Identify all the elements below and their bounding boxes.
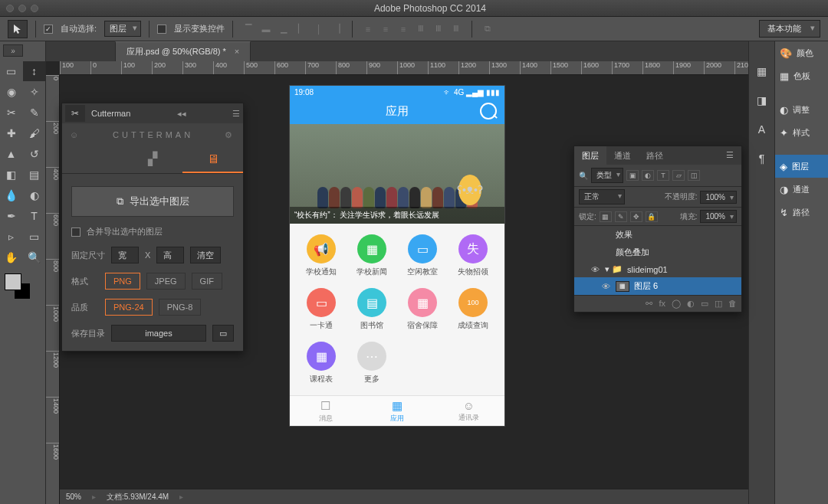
phone-tab[interactable]: ▦应用 [361,396,432,426]
fx-icon[interactable]: fx [659,299,665,309]
ruler-horizontal[interactable]: 1000100200300400500600700800900100011001… [60,61,748,75]
workspace-dropdown[interactable]: 基本功能 [759,20,820,38]
platform-ios[interactable] [62,146,123,173]
close-icon[interactable] [6,5,14,12]
panel-路径[interactable]: ↯路径 [775,201,828,224]
quality-png8[interactable]: PNG-8 [159,299,202,316]
layer-item[interactable]: 👁▾ 📁slideimg01 [574,261,741,277]
mask-icon[interactable]: ◯ [672,299,681,309]
paths-tab[interactable]: 路径 [639,146,671,165]
quality-png24[interactable]: PNG-24 [105,299,153,316]
format-jpeg[interactable]: JPEG [146,273,186,290]
lock-pixels-icon[interactable]: ✎ [615,211,627,222]
phone-tab[interactable]: ☺通讯录 [433,396,504,426]
heal-tool[interactable]: ✚ [0,123,22,143]
shape-tool[interactable]: ▭ [23,227,45,247]
dist-4-icon[interactable]: Ⅲ [413,21,429,37]
panel-色板[interactable]: ▦色板 [775,64,828,87]
new-layer-icon[interactable]: ◫ [715,299,722,309]
dist-2-icon[interactable]: ≡ [378,21,393,37]
visibility-icon[interactable]: 👁 [590,265,600,274]
panel-调整[interactable]: ◐调整 [775,98,828,121]
channels-tab[interactable]: 通道 [606,146,639,165]
search-icon[interactable] [480,103,497,119]
app-item[interactable]: ⋯更多 [347,342,397,385]
history-panel-icon[interactable]: ▦ [754,63,770,80]
toolbox-collapse-icon[interactable]: » [3,44,23,57]
opacity-input[interactable]: 100% [700,191,737,204]
align-left-icon[interactable]: ▏ [294,21,309,37]
auto-select-checkbox[interactable]: ✓ [44,25,53,34]
panel-样式[interactable]: ✦样式 [775,121,828,144]
dist-1-icon[interactable]: ≡ [360,21,376,37]
link-layers-icon[interactable]: ⚯ [646,299,652,309]
filter-pixel-icon[interactable]: ▣ [626,170,639,181]
adjustment-icon[interactable]: ◐ [687,299,695,309]
history-tool[interactable]: ↺ [23,144,45,164]
app-item[interactable]: 100成绩查询 [448,288,498,331]
layer-item[interactable]: 颜色叠加 [574,244,741,261]
3d-mode-icon[interactable]: ⧉ [480,21,495,37]
app-item[interactable]: ▭空闲教室 [397,234,448,277]
visibility-icon[interactable]: 👁 [600,282,611,291]
show-transform-checkbox[interactable] [157,25,166,34]
width-input[interactable]: 宽 [111,247,139,263]
filter-smart-icon[interactable]: ◫ [688,170,700,181]
align-right-icon[interactable]: ▕ [329,21,344,37]
app-item[interactable]: ▦课程表 [296,342,347,385]
gear-icon[interactable]: ⚙ [225,130,235,140]
layers-panel[interactable]: 图层 通道 路径 ☰ 🔍 类型 ▣ ◐ T ▱ ◫ 正常 不透明度: 100% … [573,146,742,313]
save-dir-input[interactable]: images [111,325,206,342]
wand-tool[interactable]: ✧ [23,82,45,102]
auto-select-dropdown[interactable]: 图层 [104,21,141,37]
maximize-icon[interactable] [31,5,38,12]
gradient-tool[interactable]: ▤ [23,165,45,185]
cutterman-panel[interactable]: ✂ Cutterman ◂◂ ☰ ☺ CUTTERMAN ⚙ ▞ 🖥 ⧉ 导出选… [61,103,244,352]
eraser-tool[interactable]: ◧ [0,165,22,185]
hand-tool[interactable]: ✋ [0,247,22,267]
app-item[interactable]: ▭一卡通 [296,288,347,331]
properties-panel-icon[interactable]: ◨ [754,92,770,109]
format-gif[interactable]: GIF [192,273,222,290]
align-top-icon[interactable]: ▔ [241,21,256,37]
dist-3-icon[interactable]: ≡ [396,21,411,37]
panel-图层[interactable]: ◈图层 [775,155,828,178]
fill-input[interactable]: 100% [700,210,737,223]
brush-tool[interactable]: 🖌 [23,123,45,143]
paragraph-panel-icon[interactable]: ¶ [754,150,770,167]
dist-5-icon[interactable]: Ⅲ [431,21,446,37]
format-png[interactable]: PNG [105,273,140,290]
layer-item[interactable]: 效果 [574,226,741,244]
align-hcenter-icon[interactable]: │ [311,21,327,37]
panel-menu-icon[interactable]: ☰ [718,146,741,165]
app-item[interactable]: ▤图书馆 [347,288,397,331]
app-item[interactable]: 失失物招领 [448,234,498,277]
panel-menu-icon[interactable]: ☰ [232,109,240,119]
close-tab-icon[interactable]: × [235,47,239,56]
filter-type-icon[interactable]: T [657,170,669,181]
user-icon[interactable]: ☺ [70,130,81,139]
panel-颜色[interactable]: 🎨颜色 [775,41,828,64]
align-bottom-icon[interactable]: ▁ [276,21,291,37]
ruler-vertical[interactable]: 02004006008001000120014001600 [46,75,60,504]
trash-icon[interactable]: 🗑 [728,299,737,309]
app-item[interactable]: ▦宿舍保障 [397,288,448,331]
platform-android[interactable]: ▞ [123,146,183,173]
lock-position-icon[interactable]: ✥ [630,211,642,222]
app-item[interactable]: 📢学校通知 [296,234,347,277]
stamp-tool[interactable]: ▲ [0,144,22,164]
panel-collapse-icon[interactable]: ◂◂ [177,109,186,119]
filter-kind-dropdown[interactable]: 类型 [591,168,623,183]
traffic-lights[interactable] [6,5,38,12]
phone-tab[interactable]: ☐消息 [290,396,361,426]
dodge-tool[interactable]: ◐ [23,185,45,205]
document-tab[interactable]: 应用.psd @ 50%(RGB/8) * × [115,41,251,61]
minimize-icon[interactable] [18,5,26,12]
fg-color-swatch[interactable] [5,273,21,290]
move-tool-icon[interactable] [8,20,28,38]
character-panel-icon[interactable]: A [754,121,770,138]
filter-adjust-icon[interactable]: ◐ [642,170,654,181]
zoom-value[interactable]: 50% [66,493,81,501]
layers-tab[interactable]: 图层 [574,146,606,165]
path-tool[interactable]: ▹ [0,227,22,247]
